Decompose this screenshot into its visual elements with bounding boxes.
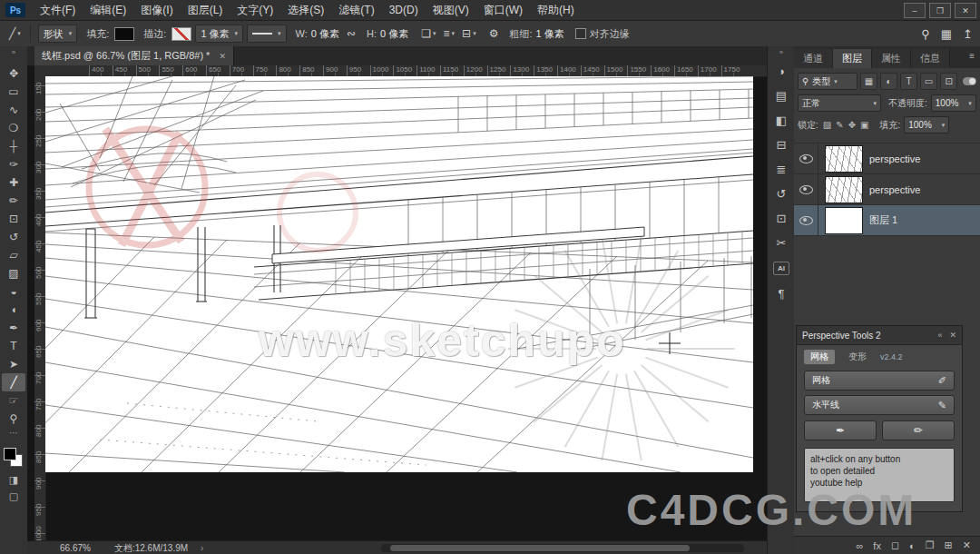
menu-item-9[interactable]: 窗口(W) [476, 4, 530, 16]
quick-mask-icon[interactable]: ◨ [3, 471, 24, 488]
menu-item-5[interactable]: 选择(S) [280, 4, 331, 16]
lasso-tool[interactable]: ∿ [2, 101, 25, 119]
stroke-swatch[interactable] [172, 27, 191, 41]
filter-adjustment-layers-icon[interactable]: ◐ [880, 73, 897, 90]
workspace-icon[interactable]: ▦ [941, 27, 952, 41]
filter-shape-layers-icon[interactable]: ▭ [920, 73, 937, 90]
color-swatches[interactable] [4, 448, 24, 471]
tab-grid[interactable]: 网格 [804, 350, 835, 364]
visibility-cell[interactable] [794, 143, 818, 173]
color-panel-icon[interactable]: ◑ [769, 59, 793, 84]
cut-panel-icon[interactable]: ✂ [769, 231, 793, 255]
grid-button[interactable]: 网格 ✐ [804, 371, 955, 391]
menu-item-7[interactable]: 3D(D) [382, 4, 426, 16]
paragraph-panel-icon[interactable]: ¶ [769, 282, 793, 306]
clone-source-panel-icon[interactable]: ⊡ [769, 206, 793, 231]
tab-transform[interactable]: 变形 [842, 350, 873, 364]
menu-item-2[interactable]: 图像(I) [133, 4, 180, 16]
history-brush-tool[interactable]: ↺ [2, 228, 25, 246]
new-layer-icon[interactable]: ⊞ [945, 539, 953, 551]
share-icon[interactable]: ↥ [963, 27, 973, 41]
width-field[interactable]: 0 像素 [311, 27, 339, 41]
adjustments-panel-icon[interactable]: ◧ [769, 108, 793, 133]
visibility-cell[interactable] [794, 205, 818, 235]
gear-icon[interactable]: ⚙ [485, 27, 503, 40]
ai-panel-icon[interactable]: AI [773, 262, 789, 275]
zoom-level-field[interactable]: 66.67% [60, 543, 91, 553]
clone-stamp-tool[interactable]: ⊡ [2, 210, 25, 228]
quick-selection-tool[interactable]: ❍ [2, 119, 25, 137]
blend-mode-select[interactable]: 正常 ▾ [798, 94, 881, 112]
healing-brush-tool[interactable]: ✚ [2, 173, 25, 192]
path-selection-tool[interactable]: ➤ [2, 355, 25, 373]
dodge-tool[interactable]: ◖ [2, 301, 25, 319]
libraries-panel-icon[interactable]: ⊟ [769, 133, 793, 157]
line-tool[interactable]: ╱ [2, 373, 25, 391]
height-field[interactable]: 0 像素 [380, 27, 408, 41]
eraser-tool[interactable]: ▱ [2, 246, 25, 264]
menu-item-10[interactable]: 帮助(H) [530, 4, 582, 16]
stroke-style-select[interactable]: ▾ [247, 25, 287, 43]
layer-row[interactable]: perspective [794, 143, 980, 174]
visibility-eye-icon[interactable] [799, 154, 813, 163]
menu-item-1[interactable]: 编辑(E) [83, 4, 133, 16]
tool-mode-select[interactable]: 形状 ▾ [38, 25, 78, 43]
pen-tool[interactable]: ✒ [2, 319, 25, 337]
menu-item-8[interactable]: 视图(V) [426, 4, 476, 16]
lock-transparency-icon[interactable]: ▨ [823, 120, 831, 130]
layer-mask-icon[interactable]: ◻ [891, 539, 899, 551]
zoom-tool[interactable]: ⚲ [2, 410, 25, 428]
draw-tool-button[interactable]: ✏ [882, 420, 955, 440]
gradient-tool[interactable]: ▨ [2, 264, 25, 282]
foreground-color-swatch[interactable] [4, 448, 16, 460]
swatches-panel-icon[interactable]: ▤ [769, 84, 793, 108]
opacity-select[interactable]: 100% ▾ [931, 94, 976, 112]
menu-item-0[interactable]: 文件(F) [33, 4, 83, 16]
layer-kind-filter-select[interactable]: ⚲ 类型 ▾ [798, 73, 858, 90]
align-edges-checkbox[interactable] [575, 28, 586, 39]
lock-pixels-icon[interactable]: ✎ [836, 120, 843, 130]
lock-all-icon[interactable]: ▣ [860, 120, 868, 130]
layer-group-icon[interactable]: ❐ [926, 539, 935, 551]
panel-menu-icon[interactable]: ≡ [969, 51, 975, 61]
horizon-line-button[interactable]: 水平线 ✎ [804, 395, 955, 415]
eyedropper-tool[interactable]: ✑ [2, 155, 25, 173]
link-dimensions-icon[interactable]: ∾ [343, 27, 359, 40]
perspective-panel-header[interactable]: Perspective Tools 2 « ✕ [797, 326, 962, 345]
history-panel-icon[interactable]: ↺ [769, 182, 793, 206]
menu-item-3[interactable]: 图层(L) [181, 4, 230, 16]
adjustment-layer-icon[interactable]: ◐ [909, 540, 916, 551]
horizontal-scrollbar-thumb[interactable] [390, 545, 690, 551]
move-tool[interactable]: ✥ [2, 64, 25, 83]
layer-row[interactable]: perspective [794, 174, 980, 205]
horizontal-scrollbar[interactable] [381, 544, 744, 552]
layer-effects-icon[interactable]: fx [873, 540, 881, 551]
menu-item-4[interactable]: 文字(Y) [230, 4, 280, 16]
panel-tab-通道[interactable]: 通道 [794, 49, 833, 68]
layer-thumbnail[interactable] [826, 177, 862, 203]
fill-tool-button[interactable]: ✒ [804, 420, 877, 440]
screen-mode-icon[interactable]: ▢ [3, 488, 24, 504]
fill-swatch[interactable] [114, 27, 134, 41]
canvas[interactable]: www.sketchupo [45, 76, 753, 472]
styles-panel-icon[interactable]: ≣ [769, 157, 793, 182]
layer-thumbnail[interactable] [826, 146, 862, 172]
type-tool[interactable]: T [2, 337, 25, 355]
close-button[interactable]: ✕ [955, 3, 976, 18]
marquee-tool[interactable]: ▭ [2, 83, 25, 101]
delete-layer-icon[interactable]: ✕ [963, 539, 971, 551]
panel-tab-图层[interactable]: 图层 [833, 49, 872, 68]
layer-row[interactable]: 图层 1 [794, 205, 980, 236]
lock-position-icon[interactable]: ✥ [848, 120, 856, 130]
collapse-panel-icon[interactable]: « [937, 331, 942, 340]
document-tab[interactable]: 线框.psd @ 66.7% (图层 1, RGB/8#) * ✕ [34, 46, 234, 65]
brush-tool[interactable]: ✏ [2, 192, 25, 210]
panel-tab-信息[interactable]: 信息 [911, 49, 950, 68]
close-tab-icon[interactable]: ✕ [219, 52, 226, 61]
path-alignment-button[interactable]: ≡▾ [440, 27, 459, 40]
filter-type-layers-icon[interactable]: T [900, 73, 917, 90]
minimize-button[interactable]: – [904, 3, 926, 18]
search-icon[interactable]: ⚲ [921, 27, 930, 41]
path-operations-button[interactable]: ❏▾ [417, 27, 439, 40]
link-layers-icon[interactable]: ∞ [856, 540, 863, 551]
